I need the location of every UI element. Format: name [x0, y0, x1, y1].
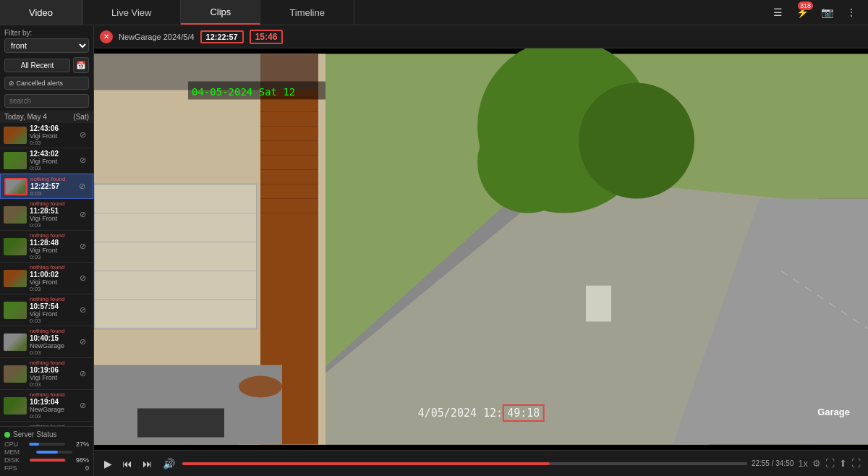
- svg-text:04-05-2024 Sat 12: 04-05-2024 Sat 12: [192, 86, 295, 98]
- list-item[interactable]: nothing found 10:19:04 NewGarage 0:03 ⊘: [0, 390, 93, 422]
- clip-thumbnail: [4, 238, 27, 255]
- clip-tag: nothing found: [30, 391, 77, 398]
- video-title: NewGarage 2024/5/4: [119, 33, 195, 41]
- list-item[interactable]: 12:43:02 Vigi Front 0:03 ⊘: [0, 148, 93, 174]
- video-scene: 04-05-2024 Sat 12: [94, 48, 868, 450]
- ctrl-icons-right: 1x ⚙ ⛶ ⬆ ⛶: [798, 458, 861, 469]
- progress-time-label: 22:55 / 34:50: [752, 459, 793, 467]
- cancel-clip-icon[interactable]: ⊘: [80, 130, 90, 140]
- progress-bar[interactable]: [182, 462, 747, 465]
- list-item[interactable]: nothing found 11:00:02 Vigi Front 0:03 ⊘: [0, 263, 93, 294]
- clip-time: 12:22:57: [30, 182, 76, 190]
- list-item[interactable]: nothing found 10:19:06 Vigi Front 0:03 ⊘: [0, 358, 93, 390]
- tab-clips[interactable]: Clips: [181, 0, 260, 25]
- all-recent-button[interactable]: All Recent: [4, 59, 70, 72]
- bolt-icon[interactable]: ⚡318: [794, 4, 810, 20]
- list-item[interactable]: nothing found 10:40:15 NewGarage 0:03 ⊘: [0, 326, 93, 358]
- cancel-clip-icon[interactable]: ⊘: [80, 337, 90, 347]
- fullscreen-icon[interactable]: ⛶: [851, 458, 861, 469]
- tab-timeline[interactable]: Timeline: [260, 0, 354, 25]
- clip-tag: nothing found: [30, 176, 76, 182]
- tab-video[interactable]: Video: [0, 0, 82, 25]
- play-button[interactable]: ▶: [101, 456, 115, 471]
- filter-label: Filter by:: [4, 29, 89, 37]
- cancel-clip-icon[interactable]: ⊘: [80, 156, 90, 166]
- list-item[interactable]: nothing found 11:28:48 Vigi Front 0:03 ⊘: [0, 231, 93, 263]
- close-button[interactable]: ✕: [100, 30, 113, 43]
- cancelled-row: ⊘ Cancelled alerts: [4, 77, 89, 90]
- date-header: Today, May 4 (Sat): [0, 111, 93, 123]
- clip-source: Vigi Front: [30, 374, 77, 381]
- clip-info: nothing found 10:40:15 NewGarage 0:03: [30, 328, 77, 356]
- cancel-clip-icon[interactable]: ⊘: [80, 242, 90, 252]
- clip-info: nothing found 10:19:04 NewGarage 0:03: [30, 391, 77, 420]
- clip-thumbnail: [4, 333, 27, 351]
- more-icon[interactable]: ⋮: [843, 4, 859, 20]
- cancel-clip-icon[interactable]: ⊘: [80, 273, 90, 284]
- filter-select[interactable]: front: [4, 38, 89, 53]
- clip-info: nothing found 12:22:57 0:03: [30, 176, 76, 197]
- video-topbar: ✕ NewGarage 2024/5/4 12:22:57 15:46: [94, 25, 868, 48]
- cpu-bar: [29, 443, 65, 446]
- clip-duration: 0:03: [30, 413, 77, 420]
- cpu-row: CPU 27%: [4, 441, 89, 448]
- clip-info: 12:43:02 Vigi Front 0:03: [30, 150, 77, 171]
- crop-icon[interactable]: ⛶: [825, 458, 835, 469]
- clip-source: Vigi Front: [30, 279, 77, 286]
- prev-frame-button[interactable]: ⏮: [119, 456, 135, 471]
- clip-source: Vigi Front: [30, 310, 77, 318]
- speed-icon[interactable]: 1x: [798, 458, 808, 469]
- clip-time: 10:57:54: [30, 302, 77, 310]
- export-icon[interactable]: ⬆: [839, 458, 847, 469]
- clip-thumbnail: [4, 397, 27, 415]
- clip-duration: 0:03: [30, 222, 77, 229]
- clip-list: 12:43:06 Vigi Front 0:03 ⊘ 12:43:02 Vigi…: [0, 123, 93, 426]
- video-timestamp-overlay: 4/05/2024 12:49:18: [418, 407, 545, 420]
- camera-icon[interactable]: 📷: [819, 4, 835, 20]
- video-time-badge2: 15:46: [250, 30, 284, 44]
- next-frame-button[interactable]: ⏭: [140, 456, 156, 471]
- cancelled-alerts-button[interactable]: ⊘ Cancelled alerts: [4, 77, 89, 90]
- clip-time: 11:28:51: [30, 207, 77, 215]
- corner-time-badge: 49:18: [503, 404, 544, 422]
- clip-info: nothing found 10:19:06 Vigi Front 0:03: [30, 360, 77, 388]
- clip-source: Vigi Front: [30, 132, 77, 140]
- video-main[interactable]: 04-05-2024 Sat 12 4/05/2024 12:49:18 Gar…: [94, 48, 868, 450]
- list-item[interactable]: 12:43:06 Vigi Front 0:03 ⊘: [0, 123, 93, 148]
- clip-thumbnail: [4, 127, 27, 144]
- search-input[interactable]: [4, 94, 89, 108]
- cancel-clip-icon[interactable]: ⊘: [80, 369, 90, 379]
- svg-point-22: [579, 83, 694, 199]
- search-row: [4, 93, 89, 108]
- clip-tag: nothing found: [30, 328, 77, 334]
- clip-duration: 0:03: [30, 381, 77, 388]
- clip-time: 10:19:06: [30, 366, 77, 374]
- clip-thumbnail: [4, 206, 27, 224]
- clip-duration: 0:03: [30, 254, 77, 260]
- clip-info: nothing found 11:28:48 Vigi Front 0:03: [30, 232, 77, 260]
- list-item[interactable]: nothing found 11:28:51 Vigi Front 0:03 ⊘: [0, 199, 93, 231]
- clip-duration: 0:03: [30, 140, 77, 146]
- clip-source: Vigi Front: [30, 247, 77, 254]
- volume-button[interactable]: 🔊: [160, 456, 178, 471]
- list-item[interactable]: nothing found 10:57:54 Vigi Front 0:03 ⊘: [0, 294, 93, 326]
- disk-row: DISK 98%: [4, 456, 89, 464]
- tab-liveview[interactable]: Live View: [82, 0, 181, 25]
- settings-icon[interactable]: ⚙: [812, 458, 821, 469]
- clip-time: 11:00:02: [30, 271, 77, 279]
- cancel-clip-icon[interactable]: ⊘: [79, 182, 89, 192]
- cancel-clip-icon[interactable]: ⊘: [80, 210, 90, 220]
- filter-section: Filter by: front: [0, 25, 93, 55]
- list-item[interactable]: nothing found 12:22:57 0:03 ⊘: [0, 174, 93, 199]
- clip-time: 10:19:04: [30, 398, 77, 406]
- cancel-clip-icon[interactable]: ⊘: [80, 401, 90, 411]
- clip-thumbnail: [4, 270, 27, 287]
- cancel-clip-icon[interactable]: ⊘: [80, 305, 90, 315]
- calendar-button[interactable]: 📅: [73, 57, 89, 73]
- all-recent-row: All Recent 📅: [4, 57, 89, 73]
- clip-thumbnail: [4, 365, 27, 383]
- menu-icon[interactable]: ☰: [770, 4, 786, 20]
- clip-thumbnail: [4, 302, 27, 319]
- svg-point-23: [477, 112, 579, 213]
- clip-time: 12:43:06: [30, 124, 77, 132]
